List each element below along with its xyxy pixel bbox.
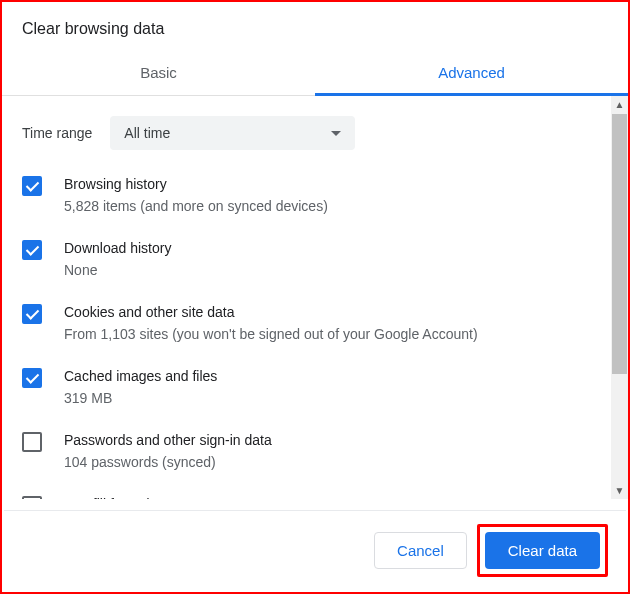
option-cached[interactable]: Cached images and files 319 MB [22, 366, 598, 408]
scrollbar-track[interactable]: ▲ ▼ [611, 96, 628, 499]
option-download-history[interactable]: Download history None [22, 238, 598, 280]
tab-bar: Basic Advanced [2, 52, 628, 96]
time-range-row: Time range All time [22, 116, 598, 150]
clear-data-button[interactable]: Clear data [485, 532, 600, 569]
option-browsing-history[interactable]: Browsing history 5,828 items (and more o… [22, 174, 598, 216]
option-sub: 5,828 items (and more on synced devices) [64, 196, 328, 216]
option-title: Cookies and other site data [64, 302, 478, 322]
scroll-up-icon[interactable]: ▲ [614, 99, 625, 110]
scroll-down-icon[interactable]: ▼ [614, 485, 625, 496]
chevron-down-icon [331, 131, 341, 136]
scrollbar-thumb[interactable] [612, 114, 627, 374]
option-sub: None [64, 260, 171, 280]
options-scroll-area: Time range All time Browsing history 5,8… [2, 96, 628, 499]
tab-advanced[interactable]: Advanced [315, 52, 628, 95]
option-title: Download history [64, 238, 171, 258]
checkbox-cookies[interactable] [22, 304, 42, 324]
option-cookies[interactable]: Cookies and other site data From 1,103 s… [22, 302, 598, 344]
option-title: Browsing history [64, 174, 328, 194]
checkbox-passwords[interactable] [22, 432, 42, 452]
highlight-annotation: Clear data [477, 524, 608, 577]
dialog-title: Clear browsing data [2, 2, 628, 52]
checkbox-cached[interactable] [22, 368, 42, 388]
checkbox-download-history[interactable] [22, 240, 42, 260]
tab-basic[interactable]: Basic [2, 52, 315, 95]
option-sub: 104 passwords (synced) [64, 452, 272, 472]
cancel-button[interactable]: Cancel [374, 532, 467, 569]
option-title: Passwords and other sign-in data [64, 430, 272, 450]
option-sub: 319 MB [64, 388, 217, 408]
checkbox-browsing-history[interactable] [22, 176, 42, 196]
dialog-footer: Cancel Clear data [4, 510, 626, 590]
time-range-value: All time [124, 125, 170, 141]
time-range-label: Time range [22, 125, 92, 141]
option-sub: From 1,103 sites (you won't be signed ou… [64, 324, 478, 344]
option-passwords[interactable]: Passwords and other sign-in data 104 pas… [22, 430, 598, 472]
checkbox-autofill[interactable] [22, 496, 42, 499]
time-range-select[interactable]: All time [110, 116, 355, 150]
option-title: Cached images and files [64, 366, 217, 386]
option-title: Autofill form data [64, 494, 169, 499]
option-autofill[interactable]: Autofill form data [22, 494, 598, 499]
